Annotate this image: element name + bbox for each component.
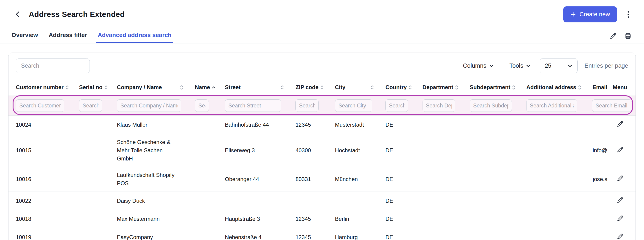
filter-input-email[interactable] <box>592 100 632 112</box>
table-row: 10019EasyCompanyNebenstraße 412345Hambur… <box>8 228 636 240</box>
cell-subdepartment <box>462 134 519 167</box>
filter-cell <box>110 96 188 116</box>
filter-input-name[interactable] <box>195 100 209 112</box>
table-row: 10024Klaus MüllerBahnhofstraße 4412345Mu… <box>8 116 636 134</box>
column-header-company-name[interactable]: Company / Name <box>110 79 188 96</box>
toolbar-right: Columns Tools 25 Entri <box>463 58 628 73</box>
edit-row-button[interactable] <box>616 174 624 183</box>
cell-street: Bahnhofstraße 44 <box>218 116 288 134</box>
cell-company-name: Klaus Müller <box>110 116 188 134</box>
column-header-name[interactable]: Name <box>188 79 218 96</box>
edit-row-button[interactable] <box>616 145 624 154</box>
cell-name <box>188 167 218 192</box>
edit-page-button[interactable] <box>609 31 618 40</box>
column-header-serial-no[interactable]: Serial no <box>72 79 110 96</box>
edit-row-button[interactable] <box>616 233 624 240</box>
tools-dropdown[interactable]: Tools <box>509 62 531 69</box>
tools-dropdown-label: Tools <box>509 62 523 69</box>
tab-advanced-address-search[interactable]: Advanced address search <box>98 31 172 43</box>
filter-input-subdepartment[interactable] <box>470 100 512 112</box>
cell-serial-no <box>72 192 110 210</box>
cell-country: DE <box>378 167 415 192</box>
cell-city: Berlin <box>328 210 378 228</box>
printer-icon <box>624 32 632 40</box>
column-label: Subdepartment <box>470 83 510 91</box>
filter-input-country[interactable] <box>386 100 408 112</box>
cell-zip-code: 12345 <box>288 116 328 134</box>
more-options-button[interactable] <box>623 9 634 20</box>
column-header-department[interactable]: Department <box>415 79 462 96</box>
columns-dropdown[interactable]: Columns <box>463 62 494 69</box>
filter-input-additional-address[interactable] <box>526 100 577 112</box>
cell-city: Hochstadt <box>328 134 378 167</box>
pencil-icon <box>616 146 624 153</box>
pencil-icon <box>616 233 624 240</box>
edit-row-button[interactable] <box>616 120 624 128</box>
column-header-customer-number[interactable]: Customer number <box>8 79 72 96</box>
cell-menu <box>607 228 636 240</box>
cell-serial-no <box>72 116 110 134</box>
cell-menu <box>607 192 636 210</box>
edit-row-button[interactable] <box>616 196 624 204</box>
columns-dropdown-label: Columns <box>463 62 486 69</box>
sort-ascending-icon <box>212 86 216 89</box>
column-header-zip-code[interactable]: ZIP code <box>288 79 328 96</box>
create-new-button[interactable]: Create new <box>564 6 617 22</box>
cell-additional-address <box>519 167 576 192</box>
column-label: Email <box>592 83 607 91</box>
filter-cell <box>462 96 519 116</box>
sort-icon <box>65 85 69 90</box>
column-label: Additional address <box>526 83 576 91</box>
column-header-country[interactable]: Country <box>378 79 415 96</box>
filter-input-city[interactable] <box>335 100 372 112</box>
table-toolbar: Columns Tools 25 Entri <box>8 53 636 79</box>
cell-customer-number: 10016 <box>8 167 72 192</box>
column-label: Country <box>386 83 407 91</box>
filter-cell <box>218 96 288 116</box>
sort-icon <box>578 85 582 90</box>
entries-per-page-select[interactable]: 25 <box>540 58 578 73</box>
column-header-city[interactable]: City <box>328 79 378 96</box>
cell-menu <box>607 134 636 167</box>
chevron-left-icon <box>15 11 20 18</box>
sort-icon <box>320 85 324 90</box>
filter-input-company-name[interactable] <box>117 100 182 112</box>
cell-menu <box>607 116 636 134</box>
column-header-subdepartment[interactable]: Subdepartment <box>462 79 519 96</box>
cell-serial-no <box>72 134 110 167</box>
column-label: Street <box>225 83 241 91</box>
filter-input-zip-code[interactable] <box>296 100 318 112</box>
filter-input-customer-number[interactable] <box>16 100 64 112</box>
print-button[interactable] <box>624 31 632 40</box>
cell-subdepartment <box>462 192 519 210</box>
results-card: Columns Tools 25 Entri <box>8 53 636 240</box>
filter-input-serial-no[interactable] <box>79 100 102 112</box>
cell-email <box>576 228 607 240</box>
filter-input-department[interactable] <box>422 100 455 112</box>
pencil-icon <box>616 215 624 222</box>
cell-name <box>188 134 218 167</box>
column-header-street[interactable]: Street <box>218 79 288 96</box>
cell-street: Hauptstraße 3 <box>218 210 288 228</box>
sort-icon <box>455 85 458 90</box>
search-input[interactable] <box>16 58 90 73</box>
column-label: ZIP code <box>296 83 318 91</box>
column-header-additional-address[interactable]: Additional address <box>519 79 576 96</box>
tab-overview[interactable]: Overview <box>12 31 38 43</box>
cell-email <box>576 210 607 228</box>
tab-address-filter[interactable]: Address filter <box>48 31 87 43</box>
sort-icon <box>104 85 108 90</box>
filter-cell <box>328 96 378 116</box>
cell-zip-code <box>288 192 328 210</box>
cell-customer-number: 10022 <box>8 192 72 210</box>
filter-cell <box>519 96 576 116</box>
cell-company-name: EasyCompany <box>110 228 188 240</box>
filter-input-street[interactable] <box>225 100 281 112</box>
chevron-down-icon <box>489 64 494 67</box>
back-button[interactable] <box>12 9 23 20</box>
pencil-icon <box>610 32 617 40</box>
chevron-down-icon <box>526 64 531 67</box>
cell-country: DE <box>378 228 415 240</box>
edit-row-button[interactable] <box>616 214 624 222</box>
cell-subdepartment <box>462 167 519 192</box>
